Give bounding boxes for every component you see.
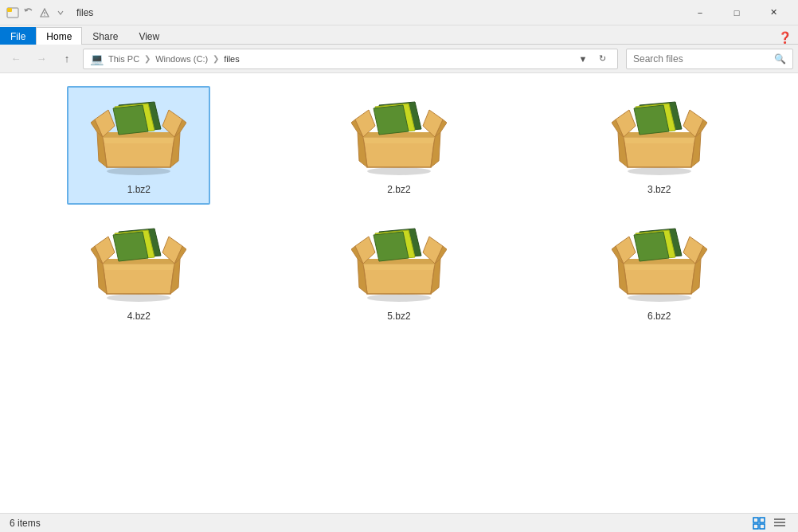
svg-point-10: [367, 294, 431, 302]
svg-rect-12: [753, 518, 758, 522]
svg-point-11: [628, 294, 691, 302]
back-button[interactable]: ←: [5, 48, 27, 70]
tab-file[interactable]: File: [0, 27, 36, 45]
crumb-windows-c[interactable]: Windows (C:): [155, 54, 208, 64]
details-view-button[interactable]: [771, 515, 788, 531]
file-label: 1.bz2: [127, 184, 151, 195]
file-label: 6.bz2: [647, 311, 671, 322]
refresh-icon[interactable]: ↻: [593, 50, 611, 68]
address-controls: ▼ ↻: [574, 50, 611, 68]
file-label: 2.bz2: [387, 184, 410, 195]
help-icon[interactable]: ❓: [778, 31, 792, 44]
large-icons-view-button[interactable]: [750, 515, 768, 531]
svg-rect-1: [7, 8, 12, 12]
up-button[interactable]: ↑: [56, 48, 78, 70]
quick-access-icon[interactable]: [6, 6, 19, 19]
undo-icon[interactable]: [22, 6, 35, 19]
chevron-down-icon[interactable]: [54, 6, 67, 19]
svg-rect-2: [12, 8, 18, 12]
file-label: 4.bz2: [127, 311, 151, 322]
crumb-arrow-2: ❯: [213, 54, 219, 63]
bz2-icon: [351, 222, 447, 304]
file-item-1.bz2[interactable]: 1.bz2: [67, 86, 210, 205]
svg-point-5: [44, 14, 45, 15]
svg-point-6: [107, 167, 170, 175]
svg-rect-14: [753, 524, 758, 529]
close-button[interactable]: ✕: [755, 0, 792, 25]
tab-home[interactable]: Home: [36, 27, 82, 45]
svg-point-8: [628, 167, 691, 175]
tab-share[interactable]: Share: [82, 27, 128, 45]
svg-rect-13: [760, 518, 765, 522]
file-item-4.bz2[interactable]: 4.bz2: [67, 213, 210, 331]
item-count: 6 items: [10, 518, 41, 529]
file-label: 5.bz2: [387, 311, 410, 322]
crumb-this-pc[interactable]: This PC: [108, 54, 139, 64]
bz2-icon: [351, 96, 447, 178]
ribbon-tabs: File Home Share View ❓: [0, 25, 798, 45]
view-controls: [750, 515, 788, 531]
file-item-5.bz2[interactable]: 5.bz2: [327, 213, 471, 331]
bz2-icon: [612, 96, 707, 178]
bz2-icon: [91, 96, 186, 178]
file-item-3.bz2[interactable]: 3.bz2: [588, 86, 731, 205]
dropdown-arrow-icon[interactable]: ▼: [574, 50, 592, 68]
properties-icon[interactable]: [38, 6, 51, 19]
title-bar: files − □ ✕: [0, 0, 798, 25]
window-controls: − □ ✕: [682, 0, 792, 25]
file-label: 3.bz2: [647, 184, 671, 195]
file-item-6.bz2[interactable]: 6.bz2: [588, 213, 731, 331]
search-input[interactable]: [633, 53, 771, 65]
search-icon: 🔍: [774, 53, 786, 65]
svg-rect-15: [760, 524, 765, 529]
address-bar[interactable]: 💻 This PC ❯ Windows (C:) ❯ files ▼ ↻: [83, 49, 618, 69]
title-bar-icons: [6, 6, 67, 19]
bz2-icon: [91, 222, 186, 304]
crumb-files[interactable]: files: [224, 54, 240, 64]
file-item-2.bz2[interactable]: 2.bz2: [327, 86, 471, 205]
crumb-arrow-1: ❯: [144, 54, 151, 63]
svg-point-9: [107, 294, 170, 302]
status-bar: 6 items: [0, 513, 798, 532]
window-title: files: [76, 7, 93, 18]
forward-button[interactable]: →: [30, 48, 53, 70]
svg-point-7: [367, 167, 431, 175]
search-bar[interactable]: 🔍: [626, 49, 793, 69]
tab-view[interactable]: View: [128, 27, 170, 45]
nav-bar: ← → ↑ 💻 This PC ❯ Windows (C:) ❯ files ▼…: [0, 45, 798, 73]
maximize-button[interactable]: □: [718, 0, 755, 25]
bz2-icon: [612, 222, 707, 304]
main-area: 1.bz2: [0, 73, 798, 513]
minimize-button[interactable]: −: [682, 0, 718, 25]
this-pc-icon: 💻: [90, 53, 104, 65]
file-grid: 1.bz2: [0, 73, 798, 513]
